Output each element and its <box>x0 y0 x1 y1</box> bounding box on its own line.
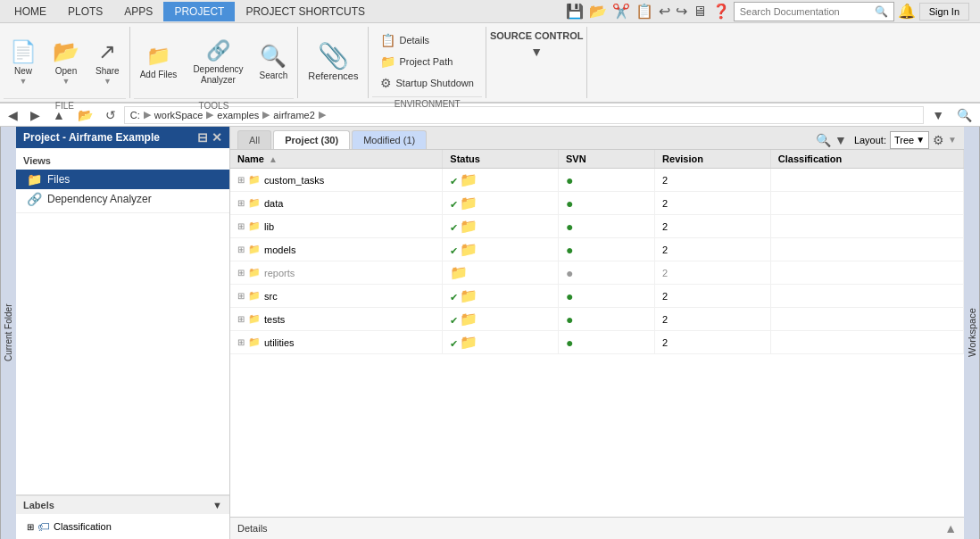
labels-section: Labels ▼ ⊞ 🏷 Classification <box>16 494 229 539</box>
add-files-button[interactable]: 📁 Add Files <box>134 30 184 95</box>
tab-project[interactable]: Project (30) <box>273 130 350 149</box>
cell-revision: 2 <box>655 261 771 285</box>
dependency-analyzer-label: Dependency Analyzer <box>193 64 243 86</box>
details-button[interactable]: 📋 Details <box>372 30 437 50</box>
expand-row-icon[interactable]: ⊞ <box>237 291 245 301</box>
layout-settings-arrow[interactable]: ▼ <box>948 135 957 145</box>
project-collapse-button[interactable]: ⊟ <box>197 130 208 145</box>
workspace-tab[interactable]: Workspace <box>964 127 980 539</box>
expand-row-icon[interactable]: ⊞ <box>237 268 245 278</box>
layout-settings-icon[interactable]: ⚙ <box>933 133 944 147</box>
menu-home[interactable]: HOME <box>4 2 57 21</box>
table-row[interactable]: ⊞ 📁 src ✔📁●2 <box>230 285 964 308</box>
references-button[interactable]: 📎 References <box>302 30 364 91</box>
search-button[interactable]: 🔍 Search <box>253 30 295 95</box>
expand-row-icon[interactable]: ⊞ <box>237 221 245 231</box>
col-classification[interactable]: Classification <box>770 150 963 169</box>
menu-project-shortcuts[interactable]: PROJECT SHORTCUTS <box>235 2 376 21</box>
expand-row-icon[interactable]: ⊞ <box>237 175 245 185</box>
sidebar-item-files[interactable]: 📁 Files <box>16 170 229 189</box>
classification-item[interactable]: ⊞ 🏷 Classification <box>23 518 222 535</box>
status-icon: 📁 <box>460 242 478 257</box>
col-name[interactable]: Name ▲ <box>230 150 443 169</box>
share-button[interactable]: ↗ Share ▼ <box>89 30 126 95</box>
cell-status: ✔📁 <box>443 308 559 331</box>
search-box[interactable]: 🔍 <box>734 2 894 21</box>
layout-select: Layout: Tree ▼ ⚙ ▼ <box>854 131 957 149</box>
table-row[interactable]: ⊞ 📁 utilities ✔📁●2 <box>230 331 964 354</box>
cell-name: ⊞ 📁 tests <box>230 308 443 331</box>
expand-classification-icon: ⊞ <box>27 522 34 532</box>
cell-svn: ● <box>559 192 655 215</box>
folder-icon: 📁 <box>248 220 261 232</box>
project-close-button[interactable]: ✕ <box>212 130 222 145</box>
details-bar: Details ▲ <box>230 517 964 539</box>
cell-svn: ● <box>559 215 655 238</box>
layout-dropdown[interactable]: Tree ▼ <box>890 131 929 149</box>
menu-apps[interactable]: APPS <box>113 2 163 21</box>
cell-name: ⊞ 📁 reports <box>230 261 443 285</box>
sidebar-spacer <box>16 213 229 494</box>
check-icon: ✔ <box>450 176 458 187</box>
help-icon[interactable]: ❓ <box>712 3 730 20</box>
menu-plots[interactable]: PLOTS <box>57 2 113 21</box>
current-folder-tab[interactable]: Current Folder <box>0 127 16 539</box>
details-expand-icon[interactable]: ▲ <box>944 521 957 535</box>
new-button[interactable]: 📄 New ▼ <box>4 30 43 95</box>
sidebar-item-dependency-analyzer[interactable]: 🔗 Dependency Analyzer <box>16 189 229 209</box>
check-icon: ✔ <box>450 199 458 210</box>
project-title: Project - Airframe Example <box>23 131 160 144</box>
toolbar-icon-1[interactable]: 💾 <box>566 3 584 20</box>
dependency-analyzer-button[interactable]: 🔗 Dependency Analyzer <box>187 30 249 95</box>
svn-gray-dot: ● <box>566 266 573 280</box>
sign-in-button[interactable]: Sign In <box>919 3 969 21</box>
menu-project[interactable]: PROJECT <box>163 2 235 21</box>
table-row[interactable]: ⊞ 📁 lib ✔📁●2 <box>230 215 964 238</box>
table-row[interactable]: ⊞ 📁 models ✔📁●2 <box>230 238 964 261</box>
expand-row-icon[interactable]: ⊞ <box>237 337 245 347</box>
project-path-button[interactable]: 📁 Project Path <box>372 52 461 71</box>
check-icon: ✔ <box>450 315 458 326</box>
open-icon: 📂 <box>53 39 79 64</box>
toolbar-icon-2[interactable]: 📂 <box>589 3 607 20</box>
col-svn[interactable]: SVN <box>559 150 655 169</box>
toolbar-icon-5[interactable]: ↩ <box>659 3 670 20</box>
labels-header[interactable]: Labels ▼ <box>16 495 229 514</box>
file-name: tests <box>264 314 285 325</box>
cell-svn: ● <box>559 285 655 308</box>
cell-revision: 2 <box>655 308 771 331</box>
col-revision[interactable]: Revision <box>655 150 771 169</box>
table-row[interactable]: ⊞ 📁 custom_tasks ✔📁●2 <box>230 169 964 192</box>
tab-modified[interactable]: Modified (1) <box>352 130 427 149</box>
search-input[interactable] <box>740 6 875 17</box>
svn-green-dot: ● <box>566 289 573 303</box>
toolbar-icon-4[interactable]: 📋 <box>635 3 653 20</box>
filter-icon[interactable]: ▼ <box>835 133 847 147</box>
col-status[interactable]: Status <box>443 150 559 169</box>
notification-icon[interactable]: 🔔 <box>898 3 916 20</box>
table-row[interactable]: ⊞ 📁 reports 📁●2 <box>230 261 964 285</box>
svn-green-dot: ● <box>566 336 573 350</box>
expand-row-icon[interactable]: ⊞ <box>237 198 245 208</box>
toolbar-icon-6[interactable]: ↪ <box>676 3 687 20</box>
table-row[interactable]: ⊞ 📁 tests ✔📁●2 <box>230 308 964 331</box>
file-name: reports <box>264 268 295 278</box>
search-filter-icon[interactable]: 🔍 <box>816 133 831 147</box>
environment-section: 📋 Details 📁 Project Path ⚙ Startup Shutd… <box>369 27 486 98</box>
table-row[interactable]: ⊞ 📁 data ✔📁●2 <box>230 192 964 215</box>
share-dropdown-arrow: ▼ <box>104 77 112 86</box>
cell-classification <box>770 331 963 354</box>
files-table: Name ▲ Status SVN Revision Classificatio… <box>230 150 964 354</box>
folder-icon: 📁 <box>248 336 261 348</box>
folder-icon: 📁 <box>248 290 261 302</box>
tab-all[interactable]: All <box>237 130 271 149</box>
startup-shutdown-button[interactable]: ⚙ Startup Shutdown <box>372 73 481 93</box>
open-button[interactable]: 📂 Open ▼ <box>46 30 86 95</box>
address-dropdown-button[interactable]: ▼ <box>927 105 949 125</box>
source-control-dropdown-arrow[interactable]: ▼ <box>530 45 543 59</box>
toolbar-icon-3[interactable]: ✂️ <box>612 3 630 20</box>
expand-row-icon[interactable]: ⊞ <box>237 314 245 324</box>
toolbar-icon-7[interactable]: 🖥 <box>693 4 707 20</box>
address-search-button[interactable]: 🔍 <box>952 105 976 125</box>
expand-row-icon[interactable]: ⊞ <box>237 245 245 254</box>
